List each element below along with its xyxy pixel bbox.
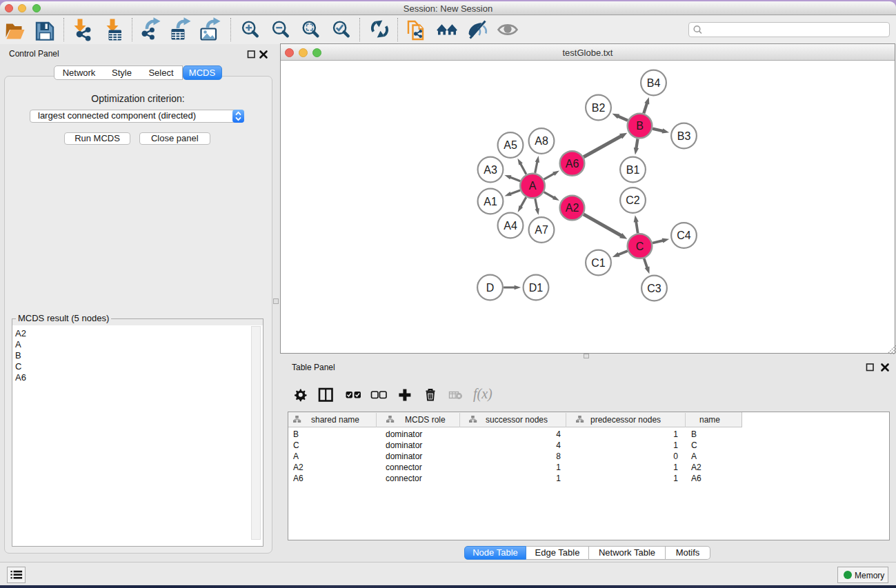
svg-text:C1: C1	[591, 257, 606, 269]
svg-text:A3: A3	[484, 164, 497, 176]
svg-text:A: A	[529, 180, 537, 192]
svg-text:A6: A6	[566, 158, 579, 170]
svg-text:A8: A8	[535, 135, 548, 147]
svg-text:B1: B1	[626, 164, 640, 176]
svg-text:D: D	[486, 282, 495, 294]
svg-text:B4: B4	[647, 77, 661, 89]
svg-text:C4: C4	[677, 230, 691, 241]
svg-text:B2: B2	[592, 102, 606, 114]
svg-text:C: C	[636, 241, 644, 252]
svg-text:C2: C2	[626, 194, 640, 206]
svg-text:A1: A1	[484, 196, 497, 207]
svg-text:B: B	[636, 120, 644, 132]
svg-text:A7: A7	[535, 224, 548, 236]
svg-text:A4: A4	[504, 220, 517, 232]
svg-text:A2: A2	[566, 202, 579, 214]
svg-text:D1: D1	[529, 282, 544, 294]
svg-text:C3: C3	[647, 283, 661, 294]
svg-text:A5: A5	[504, 139, 517, 151]
svg-text:B3: B3	[677, 130, 691, 142]
svg-text:f(x): f(x)	[473, 386, 492, 402]
